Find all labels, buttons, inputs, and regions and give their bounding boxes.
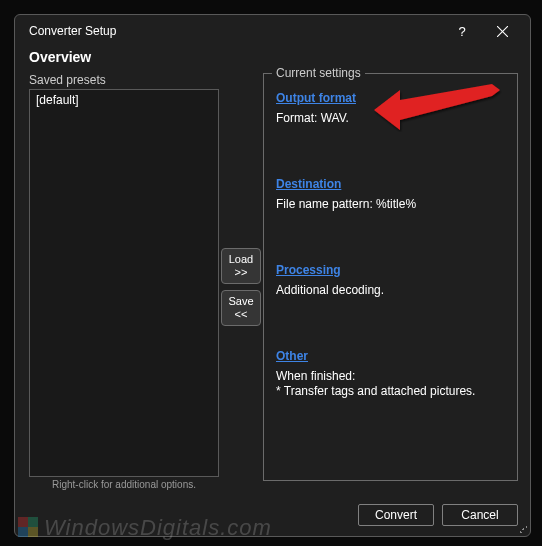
processing-desc: Additional decoding. — [276, 283, 505, 298]
processing-link[interactable]: Processing — [276, 263, 341, 277]
content-area: Saved presets [default] Right-click for … — [15, 73, 530, 490]
output-format-link[interactable]: Output format — [276, 91, 356, 105]
preset-item-default[interactable]: [default] — [34, 92, 214, 108]
other-link[interactable]: Other — [276, 349, 308, 363]
processing-section: Processing Additional decoding. — [276, 260, 505, 298]
transfer-buttons: Load >> Save << — [219, 73, 263, 490]
other-section: Other When finished: * Transfer tags and… — [276, 346, 505, 399]
converter-setup-dialog: Converter Setup ? Overview Saved presets… — [14, 14, 531, 537]
current-settings-legend: Current settings — [272, 66, 365, 80]
load-label: Load — [222, 253, 260, 266]
help-icon: ? — [458, 24, 465, 39]
chevron-left-icon: << — [222, 308, 260, 321]
resize-grip-icon[interactable] — [516, 522, 528, 534]
save-preset-button[interactable]: Save << — [221, 290, 261, 326]
convert-button[interactable]: Convert — [358, 504, 434, 526]
dialog-footer: Convert Cancel — [358, 504, 518, 526]
presets-column: Saved presets [default] Right-click for … — [29, 73, 219, 490]
close-button[interactable] — [482, 17, 522, 45]
save-label: Save — [222, 295, 260, 308]
preset-listbox[interactable]: [default] — [29, 89, 219, 477]
saved-presets-label: Saved presets — [29, 73, 219, 87]
settings-column: Current settings Output format Format: W… — [263, 73, 530, 490]
current-settings-group: Current settings Output format Format: W… — [263, 73, 518, 481]
cancel-button[interactable]: Cancel — [442, 504, 518, 526]
titlebar: Converter Setup ? — [15, 15, 530, 47]
output-format-desc: Format: WAV. — [276, 111, 505, 126]
presets-hint: Right-click for additional options. — [29, 479, 219, 490]
other-desc: When finished: * Transfer tags and attac… — [276, 369, 505, 399]
destination-desc: File name pattern: %title% — [276, 197, 505, 212]
help-button[interactable]: ? — [442, 17, 482, 45]
destination-link[interactable]: Destination — [276, 177, 341, 191]
output-format-section: Output format Format: WAV. — [276, 88, 505, 126]
load-preset-button[interactable]: Load >> — [221, 248, 261, 284]
chevron-right-icon: >> — [222, 266, 260, 279]
window-title: Converter Setup — [29, 24, 442, 38]
close-icon — [497, 26, 508, 37]
destination-section: Destination File name pattern: %title% — [276, 174, 505, 212]
